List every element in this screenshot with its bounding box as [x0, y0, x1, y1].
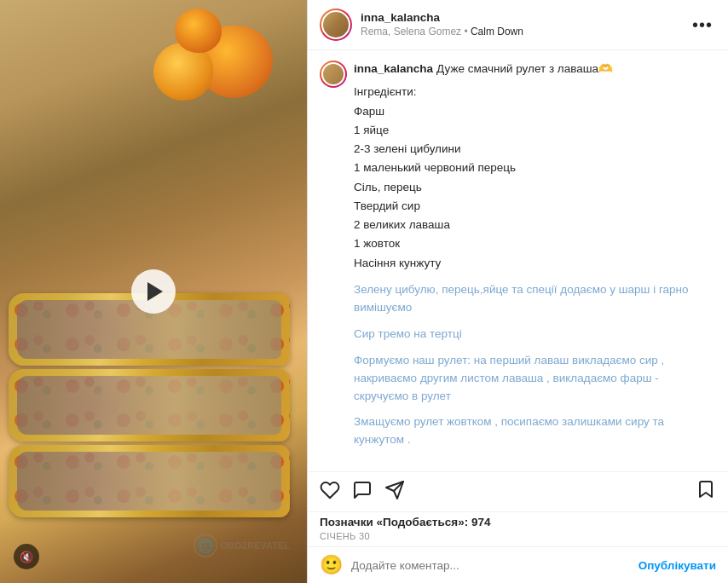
ingredient-8: 1 жовток	[354, 234, 716, 253]
ingredient-5: Сіль, перець	[354, 178, 716, 197]
mute-button[interactable]: 🔇	[14, 544, 39, 569]
post-container: 🔇 🌐 OBOZREVATEL inna_kalancha Rema, Sele…	[0, 0, 728, 583]
share-button[interactable]	[384, 480, 405, 504]
media-side: 🔇 🌐 OBOZREVATEL	[0, 0, 307, 583]
actions-bar	[308, 472, 728, 512]
post-header: inna_kalancha Rema, Selena Gomez • Calm …	[308, 0, 728, 50]
bookmark-button[interactable]	[696, 479, 716, 505]
ingredients-section: Інгредієнти: Фарш 1 яйце 2-3 зелені цибу…	[354, 83, 716, 273]
ingredient-3: 2-3 зелені цибулини	[354, 140, 716, 159]
post-comment-button[interactable]: Опублікувати	[638, 559, 716, 572]
step-3: Формуємо наш рулет: на перший лаваш викл…	[354, 352, 716, 406]
orange-decoration-3	[175, 9, 222, 53]
mute-icon: 🔇	[20, 551, 33, 563]
ingredient-4: 1 маленький червоний перець	[354, 159, 716, 177]
ingredient-1: Фарш	[354, 102, 716, 121]
step-1: Зелену цибулю, перець,яйце та спеції дод…	[354, 281, 716, 317]
header-username[interactable]: inna_kalancha	[361, 10, 680, 26]
ingredient-6: Твердий сир	[354, 197, 716, 216]
comment-input-row: 🙂 Опублікувати	[308, 546, 728, 583]
subtitle-song: Calm Down	[471, 26, 523, 38]
watermark-text: OBOZREVATEL	[221, 540, 290, 551]
ingredient-9: Насіння кунжуту	[354, 254, 716, 273]
header-info: inna_kalancha Rema, Selena Gomez • Calm …	[361, 10, 680, 38]
ingredient-7: 2 великих лаваша	[354, 216, 716, 234]
likes-row: Позначки «Подобається»: 974	[308, 512, 728, 530]
ingredients-heading: Інгредієнти:	[354, 83, 716, 101]
caption-avatar[interactable]	[320, 61, 347, 88]
comment-input[interactable]	[351, 559, 630, 572]
header-subtitle: Rema, Selena Gomez • Calm Down	[361, 26, 680, 39]
ingredient-2: 1 яйце	[354, 121, 716, 140]
caption-username[interactable]: inna_kalancha	[354, 62, 433, 75]
caption-avatar-inner	[321, 62, 345, 86]
caption-text: inna_kalanchaДуже смачний рулет з лаваша…	[354, 61, 716, 78]
step-4: Змащуємо рулет жовтком , посипаємо залиш…	[354, 413, 716, 449]
roll-item-2	[9, 369, 290, 442]
caption-row: inna_kalanchaДуже смачний рулет з лаваша…	[320, 61, 716, 449]
watermark: 🌐 OBOZREVATEL	[194, 534, 290, 557]
caption-title: Дуже смачний рулет з лаваша🫶	[436, 62, 613, 75]
roll-item-3	[9, 445, 290, 517]
more-options-button[interactable]: •••	[689, 12, 716, 38]
media-background: 🔇 🌐 OBOZREVATEL	[0, 0, 307, 583]
date-row: СІЧЕНЬ 30	[308, 530, 728, 546]
captions-area: inna_kalanchaДуже смачний рулет з лаваша…	[308, 50, 728, 472]
watermark-globe-icon: 🌐	[194, 534, 217, 557]
play-button[interactable]	[131, 269, 176, 314]
likes-count: 974	[471, 516, 491, 528]
avatar-inner	[321, 10, 350, 39]
rolls-area	[9, 293, 290, 532]
content-side: inna_kalancha Rema, Selena Gomez • Calm …	[307, 0, 728, 583]
step-2: Сир тремо на тертці	[354, 326, 716, 343]
user-avatar[interactable]	[320, 9, 352, 41]
likes-label: Позначки «Подобається»:	[320, 516, 468, 528]
caption-content: inna_kalanchaДуже смачний рулет з лаваша…	[354, 61, 716, 449]
comment-button[interactable]	[352, 480, 373, 504]
subtitle-prefix: Rema, Selena Gomez •	[361, 26, 471, 38]
like-button[interactable]	[320, 480, 340, 504]
emoji-button[interactable]: 🙂	[320, 554, 343, 576]
play-icon	[147, 282, 163, 301]
